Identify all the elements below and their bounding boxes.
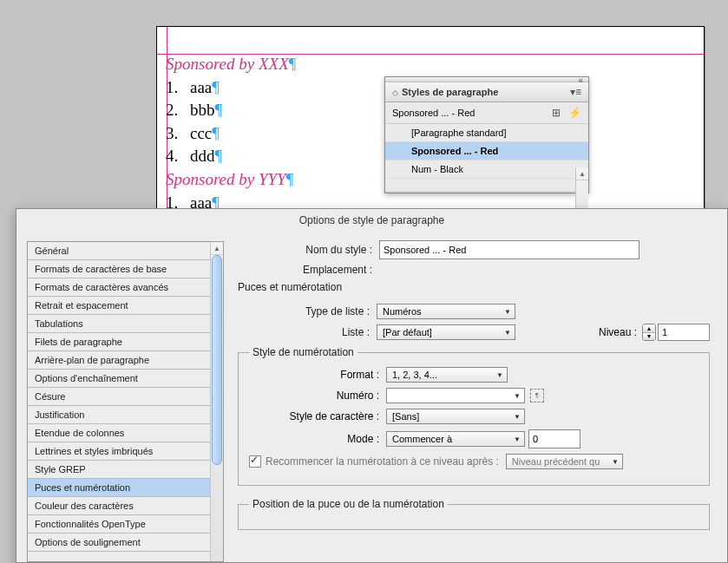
expand-icon[interactable]: ◇	[392, 88, 398, 97]
niveau-stepper[interactable]: ▲ ▼	[642, 324, 710, 341]
panel-collapse-icon[interactable]: «	[578, 75, 583, 85]
chevron-down-icon: ▼	[496, 371, 503, 379]
cat-adv-char[interactable]: Formats de caractères avancés	[28, 278, 223, 297]
list-item: 4.ddd¶	[166, 145, 383, 168]
text-frame[interactable]: Sponsored by XXX¶ 1.aaa¶ 2.bbb¶ 3.ccc¶ 4…	[166, 53, 383, 214]
current-style-name: Sponsored ... - Red	[392, 108, 475, 118]
restart-checkbox[interactable]	[249, 455, 261, 468]
cat-span[interactable]: Etendue de colonnes	[28, 424, 223, 442]
cat-keep[interactable]: Options d'enchaînement	[28, 370, 223, 388]
label-style-name: Nom du style :	[238, 244, 379, 256]
cat-basic-char[interactable]: Formats de caractères de base	[28, 260, 223, 278]
paragraph-style-options-dialog: Options de style de paragraphe Général F…	[16, 208, 728, 563]
scroll-up-icon[interactable]: ▲	[211, 242, 223, 255]
style-item-sponsored-red[interactable]: Sponsored ... - Red	[385, 142, 588, 160]
restart-after-select[interactable]: Niveau précédent qu▼	[506, 454, 623, 469]
liste-select[interactable]: [Par défaut]▼	[377, 324, 515, 340]
label-restart: Recommencer la numérotation à ce niveau …	[266, 455, 499, 468]
new-style-icon[interactable]: ⊞	[552, 107, 561, 119]
fieldset-legend-numbering: Style de numérotation	[249, 346, 357, 358]
cat-general[interactable]: Général	[28, 242, 223, 260]
cat-hyphen[interactable]: Césure	[28, 388, 223, 406]
pilcrow-icon: ¶	[286, 170, 294, 188]
scroll-up-icon[interactable]: ▲	[576, 167, 588, 180]
chevron-down-icon: ▼	[504, 308, 511, 316]
pilcrow-icon: ¶	[289, 55, 297, 73]
panel-tab[interactable]: ◇Styles de paragraphe ▾≡	[385, 82, 588, 102]
label-numero: Numéro :	[249, 390, 386, 402]
panel-menu-icon[interactable]: ▾≡	[570, 86, 581, 98]
chevron-down-icon: ▼	[514, 413, 521, 421]
panel-grip[interactable]: «	[385, 77, 588, 82]
style-list: [Paragraphe standard] Sponsored ... - Re…	[385, 124, 588, 193]
type-liste-select[interactable]: Numéros▼	[377, 304, 515, 319]
format-select[interactable]: 1, 2, 3, 4...▼	[386, 367, 508, 383]
panel-title: Styles de paragraphe	[402, 87, 498, 97]
dialog-title: Options de style de paragraphe	[16, 209, 727, 235]
style-item-paragraphe-standard[interactable]: [Paragraphe standard]	[385, 124, 588, 142]
label-mode: Mode :	[249, 433, 386, 445]
quick-apply-icon[interactable]: ⚡	[568, 107, 581, 119]
form-area: Nom du style : Emplacement : Puces et nu…	[224, 237, 727, 562]
cat-justif[interactable]: Justification	[28, 406, 223, 424]
insert-special-char-icon[interactable]: ¶	[530, 389, 544, 403]
paragraph-styles-panel[interactable]: « ◇Styles de paragraphe ▾≡ Sponsored ...…	[384, 76, 589, 193]
cat-dropcaps[interactable]: Lettrines et styles imbriqués	[28, 442, 223, 461]
paragraph-sponsored: Sponsored by XXX¶	[166, 53, 383, 76]
numero-select[interactable]: ▼	[386, 388, 525, 403]
cat-indent[interactable]: Retrait et espacement	[28, 297, 223, 315]
section-title: Puces et numérotation	[238, 281, 710, 293]
label-emplacement: Emplacement :	[238, 264, 379, 276]
cat-opentype[interactable]: Fonctionnalités OpenType	[28, 515, 223, 534]
cat-bullets[interactable]: Puces et numérotation	[28, 479, 223, 497]
step-down-icon[interactable]: ▼	[643, 333, 655, 341]
scroll-thumb[interactable]	[212, 255, 222, 465]
chevron-down-icon: ▼	[504, 329, 511, 337]
panel-current-style-row: Sponsored ... - Red ⊞ ⚡	[385, 102, 588, 124]
niveau-input[interactable]	[658, 324, 710, 341]
style-item-num-black[interactable]: Num - Black	[385, 160, 588, 179]
label-char-style: Style de caractère :	[249, 410, 386, 422]
cat-tabs[interactable]: Tabulations	[28, 315, 223, 333]
list-item: 1.aaa¶	[166, 76, 383, 100]
mode-value-input[interactable]	[528, 429, 580, 448]
cat-bg[interactable]: Arrière-plan de paragraphe	[28, 351, 223, 370]
step-up-icon[interactable]: ▲	[643, 324, 655, 333]
numbering-style-fieldset: Style de numérotation Format : 1, 2, 3, …	[238, 346, 710, 486]
style-name-input[interactable]	[379, 240, 639, 259]
list-item: 2.bbb¶	[166, 99, 383, 122]
list-item: 3.ccc¶	[166, 122, 383, 146]
label-type-liste: Type de liste :	[238, 305, 377, 318]
position-fieldset: Position de la puce ou de la numérotatio…	[238, 498, 710, 530]
cat-rules[interactable]: Filets de paragraphe	[28, 333, 223, 351]
category-scrollbar[interactable]: ▲	[210, 242, 223, 561]
fieldset-legend-position: Position de la puce ou de la numérotatio…	[249, 498, 448, 510]
chevron-down-icon: ▼	[514, 435, 521, 443]
category-list: Général Formats de caractères de base Fo…	[27, 241, 224, 562]
label-liste: Liste :	[238, 326, 377, 338]
chevron-down-icon: ▼	[514, 392, 521, 400]
cat-grep[interactable]: Style GREP	[28, 461, 223, 479]
char-style-select[interactable]: [Sans]▼	[386, 409, 525, 424]
paragraph-sponsored: Sponsored by YYY¶	[166, 168, 383, 192]
cat-underline[interactable]: Options de soulignement	[28, 534, 223, 552]
chevron-down-icon: ▼	[612, 458, 619, 466]
label-format: Format :	[249, 369, 386, 381]
cat-char-color[interactable]: Couleur des caractères	[28, 497, 223, 515]
mode-select[interactable]: Commencer à▼	[386, 431, 525, 447]
label-niveau: Niveau :	[599, 326, 637, 338]
